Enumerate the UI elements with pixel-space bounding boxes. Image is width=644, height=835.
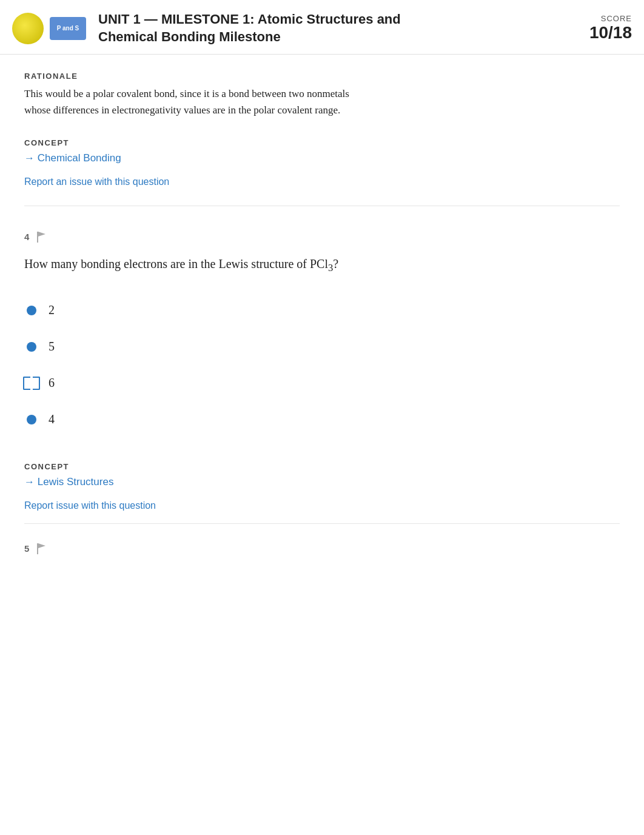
bracket-left-icon [23,377,30,390]
divider1 [24,206,620,206]
page-title: UNIT 1 — MILESTONE 1: Atomic Structures … [98,11,401,45]
question4-text: How many bonding electrons are in the Le… [24,255,376,275]
choice-6[interactable]: 6 [24,365,620,401]
score-value: 10/18 [589,23,632,42]
choice-4-label: 4 [49,412,55,426]
question5-number-row: 5 [24,542,620,555]
choice-5-label: 5 [49,340,55,354]
choice-6-indicator [24,376,39,391]
rationale-section: RATIONALE This would be a polar covalent… [24,55,620,124]
svg-rect-2 [37,543,38,554]
flag-icon[interactable] [35,230,47,244]
question5-number: 5 [24,543,29,554]
concept2-section: CONCEPT → Lewis Structures [24,462,620,488]
choice-5-indicator [24,340,39,354]
concept1-link[interactable]: → Chemical Bonding [24,152,121,164]
page-header: P and S UNIT 1 — MILESTONE 1: Atomic Str… [0,0,644,55]
answer-choices: 2 5 6 [24,292,620,438]
concept2-label: CONCEPT [24,462,620,471]
question4-number: 4 [24,232,29,242]
choice-4-indicator [24,412,39,427]
concept1-label: CONCEPT [24,138,620,147]
choice-2-indicator [24,303,39,318]
choice-2-label: 2 [49,303,55,317]
main-content: RATIONALE This would be a polar covalent… [0,55,644,578]
choice-5[interactable]: 5 [24,329,620,365]
logo-circle-icon [12,13,44,44]
report2-link[interactable]: Report issue with this question [24,500,156,511]
score-label: SCORE [589,14,632,23]
bracket-indicator [23,377,40,390]
rationale-text: This would be a polar covalent bond, sin… [24,86,364,118]
flag5-icon[interactable] [35,542,47,555]
bracket-right-icon [33,377,40,390]
title-text: UNIT 1 — MILESTONE 1: Atomic Structures … [98,11,401,45]
choice-dot-icon [27,415,36,424]
svg-rect-0 [37,232,38,243]
question5-preview: 5 [24,523,620,578]
choice-6-label: 6 [49,376,55,390]
logo-text: P and S [57,25,79,32]
svg-marker-3 [38,543,45,548]
choice-dot-icon [27,306,36,315]
choice-2[interactable]: 2 [24,292,620,329]
question4-section: 4 How many bonding electrons are in the … [24,224,620,444]
logo-rect-icon: P and S [50,17,86,40]
concept1-section: CONCEPT → Chemical Bonding [24,138,620,164]
concept2-link[interactable]: → Lewis Structures [24,476,113,488]
logo-area: P and S UNIT 1 — MILESTONE 1: Atomic Str… [12,11,401,45]
score-area: SCORE 10/18 [589,14,632,42]
report1-link[interactable]: Report an issue with this question [24,176,169,187]
choice-dot-icon [27,342,36,352]
svg-marker-1 [38,232,45,236]
choice-4[interactable]: 4 [24,401,620,438]
question4-number-row: 4 [24,230,620,244]
rationale-label: RATIONALE [24,72,620,81]
